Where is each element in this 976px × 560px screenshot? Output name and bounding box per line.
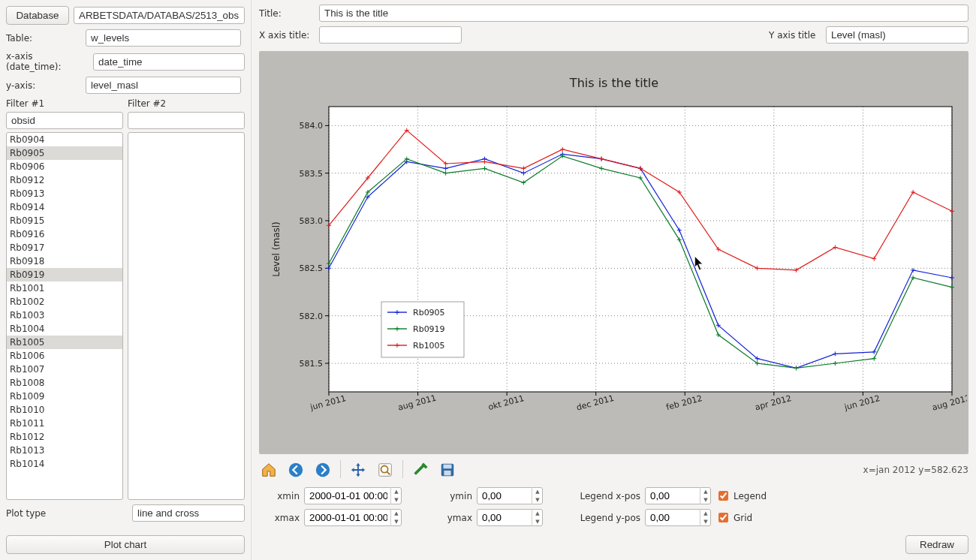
list-item[interactable]: Rb0904 (7, 133, 122, 146)
grid-checkbox-label: Grid (734, 513, 752, 523)
toolbar-separator (402, 460, 403, 478)
redraw-button[interactable]: Redraw (905, 535, 968, 554)
zoom-icon[interactable] (375, 460, 395, 480)
svg-text:Level (masl): Level (masl) (271, 221, 282, 276)
svg-point-160 (289, 463, 303, 477)
save-icon[interactable] (438, 460, 457, 480)
spin-up-icon[interactable]: ▲ (532, 487, 543, 496)
spin-down-icon[interactable]: ▼ (532, 518, 543, 527)
svg-text:aug 2011: aug 2011 (396, 393, 437, 412)
list-item[interactable]: Rb1002 (7, 295, 122, 309)
svg-text:Rb1005: Rb1005 (413, 341, 445, 351)
ymin-label: ymin (432, 491, 472, 501)
plot-chart-button[interactable]: Plot chart (6, 535, 245, 554)
svg-rect-167 (444, 471, 450, 475)
home-icon[interactable] (259, 460, 279, 480)
database-button[interactable]: Database (6, 6, 69, 25)
grid-checkbox[interactable] (718, 513, 728, 522)
filter1-listbox[interactable]: Rb0904Rb0905Rb0906Rb0912Rb0913Rb0914Rb09… (6, 132, 123, 500)
table-select[interactable]: w_levels (86, 29, 241, 47)
svg-text:Rb0919: Rb0919 (413, 324, 445, 334)
list-item[interactable]: Rb1005 (7, 336, 122, 349)
list-item[interactable]: Rb0906 (7, 160, 122, 173)
xaxis-title-input[interactable] (319, 26, 462, 44)
filter2-label: Filter #2 (128, 98, 245, 109)
list-item[interactable]: Rb0916 (7, 227, 122, 241)
list-item[interactable]: Rb1009 (7, 390, 122, 403)
list-item[interactable]: Rb1012 (7, 430, 122, 444)
svg-text:584.0: 584.0 (299, 121, 323, 131)
spin-up-icon[interactable]: ▲ (532, 509, 543, 518)
yaxis-title-label: Y axis title (769, 30, 821, 41)
configure-icon[interactable] (411, 460, 430, 480)
svg-text:582.5: 582.5 (299, 263, 323, 273)
spin-down-icon[interactable]: ▼ (391, 518, 402, 527)
yaxis-select[interactable]: level_masl (86, 77, 241, 94)
database-path-input[interactable] (74, 7, 245, 24)
svg-text:okt 2011: okt 2011 (486, 393, 525, 412)
svg-text:feb 2012: feb 2012 (664, 393, 703, 411)
pan-icon[interactable] (348, 460, 368, 480)
xaxis-select[interactable]: date_time (93, 53, 245, 71)
filter1-label: Filter #1 (6, 98, 123, 109)
yaxis-title-input[interactable] (826, 26, 968, 44)
svg-point-161 (316, 463, 330, 477)
svg-text:apr 2012: apr 2012 (754, 393, 792, 411)
svg-text:dec 2011: dec 2011 (575, 393, 615, 412)
list-item[interactable]: Rb0917 (7, 241, 122, 254)
list-item[interactable]: Rb0915 (7, 214, 122, 227)
chart-area[interactable]: This is the title581.5582.0582.5583.0583… (259, 51, 968, 454)
xaxis-title-label: X axis title: (259, 30, 315, 41)
svg-text:jun 2011: jun 2011 (309, 393, 347, 412)
legend-checkbox-label: Legend (734, 491, 767, 501)
list-item[interactable]: Rb0919 (7, 268, 122, 282)
list-item[interactable]: Rb0912 (7, 173, 122, 187)
plot-type-select[interactable]: line and cross (132, 504, 245, 522)
list-item[interactable]: Rb0914 (7, 200, 122, 214)
list-item[interactable]: Rb1014 (7, 457, 122, 471)
svg-text:581.5: 581.5 (299, 359, 323, 369)
filter2-select[interactable] (128, 112, 245, 129)
list-item[interactable]: Rb1013 (7, 444, 122, 457)
filter2-listbox[interactable] (128, 132, 245, 500)
spin-up-icon[interactable]: ▲ (391, 487, 402, 496)
spin-up-icon[interactable]: ▲ (700, 487, 711, 496)
svg-rect-166 (444, 465, 452, 469)
spin-up-icon[interactable]: ▲ (391, 509, 402, 518)
list-item[interactable]: Rb1007 (7, 363, 122, 376)
title-input[interactable] (319, 5, 968, 22)
xmax-input[interactable] (304, 509, 402, 526)
ymax-label: ymax (432, 513, 472, 523)
legend-checkbox[interactable] (718, 491, 728, 501)
list-item[interactable]: Rb1011 (7, 417, 122, 430)
chart-svg: This is the title581.5582.0582.5583.0583… (261, 69, 967, 437)
plot-type-label: Plot type (6, 508, 128, 519)
legendy-label: Legend y-pos (573, 513, 640, 523)
list-item[interactable]: Rb1006 (7, 349, 122, 363)
spin-down-icon[interactable]: ▼ (532, 496, 543, 505)
spin-down-icon[interactable]: ▼ (700, 496, 711, 505)
spin-down-icon[interactable]: ▼ (700, 518, 711, 527)
xmin-label: xmin (259, 491, 300, 501)
list-item[interactable]: Rb1008 (7, 376, 122, 390)
list-item[interactable]: Rb1010 (7, 403, 122, 417)
xmax-label: xmax (259, 513, 300, 523)
spin-up-icon[interactable]: ▲ (700, 509, 711, 518)
svg-text:aug 2012: aug 2012 (931, 393, 967, 412)
spin-down-icon[interactable]: ▼ (391, 496, 402, 505)
list-item[interactable]: Rb0918 (7, 254, 122, 268)
legendx-label: Legend x-pos (573, 491, 640, 501)
list-item[interactable]: Rb1004 (7, 322, 122, 336)
svg-text:583.5: 583.5 (299, 168, 323, 178)
list-item[interactable]: Rb1001 (7, 282, 122, 295)
svg-text:Rb0905: Rb0905 (413, 308, 445, 318)
svg-text:jun 2012: jun 2012 (842, 393, 881, 412)
list-item[interactable]: Rb0905 (7, 146, 122, 160)
list-item[interactable]: Rb1003 (7, 309, 122, 322)
filter1-select[interactable]: obsid (6, 112, 123, 129)
xmin-input[interactable] (304, 487, 402, 504)
forward-icon[interactable] (313, 460, 333, 480)
back-icon[interactable] (286, 460, 306, 480)
xaxis-label: x-axis (date_time): (6, 51, 89, 72)
list-item[interactable]: Rb0913 (7, 187, 122, 200)
